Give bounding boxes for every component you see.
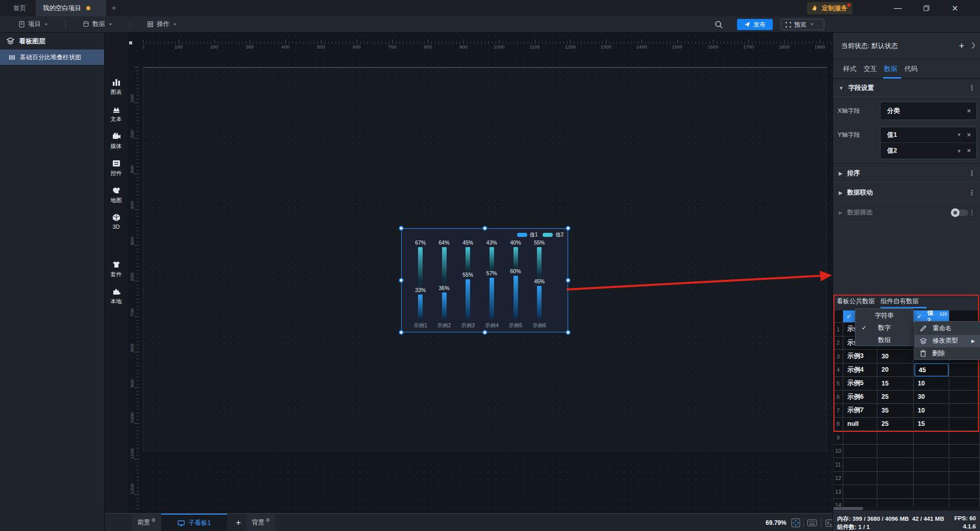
cell-extra[interactable] (949, 418, 980, 431)
fit-screen-button[interactable] (790, 517, 801, 528)
cell-category[interactable]: 示例6 (843, 391, 877, 404)
add-background-icon[interactable]: ⊕ (265, 517, 270, 523)
chevron-down-icon[interactable]: ▼ (957, 132, 962, 137)
state-expand-icon[interactable]: ❯ (971, 41, 976, 49)
cell-extra[interactable] (949, 472, 980, 486)
cell-extra[interactable] (949, 364, 980, 377)
cell-category[interactable] (843, 472, 877, 486)
tab-public-data[interactable]: 看板公共数据 (837, 297, 875, 306)
filter-toggle[interactable] (952, 209, 968, 216)
tab-interaction[interactable]: 交互 (864, 59, 877, 79)
canvas[interactable]: 0100200300400500600700800900100011001200… (128, 33, 832, 513)
new-tab-button[interactable]: + (106, 0, 121, 16)
cell-extra[interactable] (949, 485, 980, 499)
section-menu-icon[interactable]: ⋮ (968, 208, 975, 216)
selection-handle[interactable] (399, 278, 404, 283)
cell-value2[interactable] (914, 458, 949, 472)
cell-value1[interactable]: 35 (877, 404, 914, 418)
cell-edit-input[interactable]: 45 (915, 364, 948, 376)
cell-category[interactable]: 示例3 (843, 350, 877, 364)
cell-value2[interactable] (914, 485, 949, 499)
section-menu-icon[interactable]: ⋮ (968, 84, 975, 92)
cell-category[interactable]: 示例7 (843, 404, 877, 418)
dock-item-套件[interactable]: 套件 (105, 260, 128, 278)
dock-item-本地[interactable]: 本地 (105, 287, 128, 305)
subboard-tab[interactable]: 子看板1 (161, 514, 227, 531)
layer-item-stacked-bar[interactable]: 基础百分比堆叠柱状图 (0, 50, 104, 65)
cell-extra[interactable] (949, 377, 980, 391)
cell-value2[interactable] (914, 499, 949, 507)
cell-value2[interactable]: 15 (914, 418, 949, 431)
clear-x-field-icon[interactable]: ✕ (967, 108, 971, 114)
dock-item-图表[interactable]: 图表 (105, 78, 128, 96)
cell-category[interactable]: 示例5 (843, 377, 877, 391)
cell-extra[interactable] (949, 458, 980, 472)
clear-y2-icon[interactable]: ✕ (967, 148, 971, 154)
menu-item-数字[interactable]: ✓数字 (855, 322, 913, 334)
legend-item-值2[interactable]: 值2 (543, 231, 564, 238)
search-button[interactable] (715, 20, 723, 31)
selection-handle[interactable] (566, 226, 571, 231)
cell-extra[interactable] (949, 445, 980, 458)
cell-value2[interactable] (914, 431, 949, 445)
cell-category[interactable] (843, 445, 877, 458)
cell-value1[interactable] (877, 485, 914, 499)
cell-category[interactable] (843, 485, 877, 499)
background-tab[interactable]: 背景⊕ (246, 514, 276, 531)
section-data-linkage[interactable]: ▶数据联动 ⋮ (833, 183, 980, 203)
zoom-level[interactable]: 69.79% (766, 514, 787, 531)
cell-value1[interactable] (877, 458, 914, 472)
clear-y1-icon[interactable]: ✕ (967, 132, 971, 138)
dock-item-媒体[interactable]: 媒体 (105, 132, 128, 150)
chevron-down-icon[interactable]: ▼ (957, 149, 962, 154)
cell-value2[interactable]: 10 (914, 377, 949, 391)
table-h-scrollbar[interactable] (834, 506, 980, 511)
close-button[interactable]: ✕ (943, 0, 967, 16)
chart-component[interactable]: 值1值2 67%33%示例164%36%示例245%55%示例343%57%示例… (401, 228, 568, 332)
tab-component-data[interactable]: 组件自有数据 (880, 297, 919, 306)
selection-handle[interactable] (482, 330, 487, 335)
restore-button[interactable] (915, 0, 938, 16)
cell-value1[interactable]: 20 (877, 364, 914, 377)
cell-extra[interactable] (949, 391, 980, 404)
cell-category[interactable] (843, 499, 877, 507)
cell-extra[interactable] (949, 499, 980, 507)
cell-value1[interactable] (877, 472, 914, 486)
context-menu-重命名[interactable]: 重命名 (915, 322, 980, 335)
tab-project[interactable]: 我的空白项目 (36, 0, 106, 16)
cell-category[interactable] (843, 431, 877, 445)
bar-series1[interactable] (418, 295, 423, 318)
dock-item-控件[interactable]: 控件 (105, 159, 128, 177)
cell-value1[interactable] (877, 431, 914, 445)
shortcut-keys-button[interactable] (806, 517, 818, 528)
tab-home[interactable]: 首页 (6, 0, 33, 16)
ruler-origin-box[interactable] (128, 33, 143, 50)
bar-series1[interactable] (513, 276, 518, 318)
context-menu-修改类型[interactable]: 修改类型▶ (915, 335, 980, 348)
preview-button[interactable]: 预览▼ (780, 19, 824, 30)
add-subboard-button[interactable]: + (231, 514, 246, 531)
section-menu-icon[interactable]: ⋮ (968, 188, 975, 197)
cell-value2[interactable] (914, 445, 949, 458)
minimize-button[interactable]: — (886, 0, 910, 16)
add-foreground-icon[interactable]: ⊕ (151, 517, 155, 523)
cell-value1[interactable]: 25 (877, 418, 914, 431)
bar-series1[interactable] (537, 286, 542, 318)
custom-service-badge[interactable]: 定制服务 (807, 2, 852, 14)
section-data-filter[interactable]: ▶数据筛选 ⋮ (833, 203, 980, 223)
section-sort[interactable]: ▶排序 ⋮ (833, 163, 980, 183)
menu-data[interactable]: 数据▼ (78, 16, 118, 32)
add-state-button[interactable]: + (955, 40, 968, 52)
dock-item-文本[interactable]: 文本 (105, 105, 128, 123)
cell-value1[interactable] (877, 445, 914, 458)
legend-item-值1[interactable]: 值1 (517, 231, 538, 238)
tab-data[interactable]: 数据 (884, 59, 897, 79)
cell-extra[interactable] (949, 431, 980, 445)
cell-value2[interactable]: 30 (914, 391, 949, 404)
menu-project[interactable]: 项目▼ (13, 16, 54, 32)
bar-series1[interactable] (489, 278, 494, 318)
bar-series1[interactable] (442, 293, 447, 318)
context-menu-删除[interactable]: 删除 (915, 347, 980, 360)
selection-handle[interactable] (399, 226, 404, 231)
dock-item-地图[interactable]: 地图 (105, 186, 128, 204)
